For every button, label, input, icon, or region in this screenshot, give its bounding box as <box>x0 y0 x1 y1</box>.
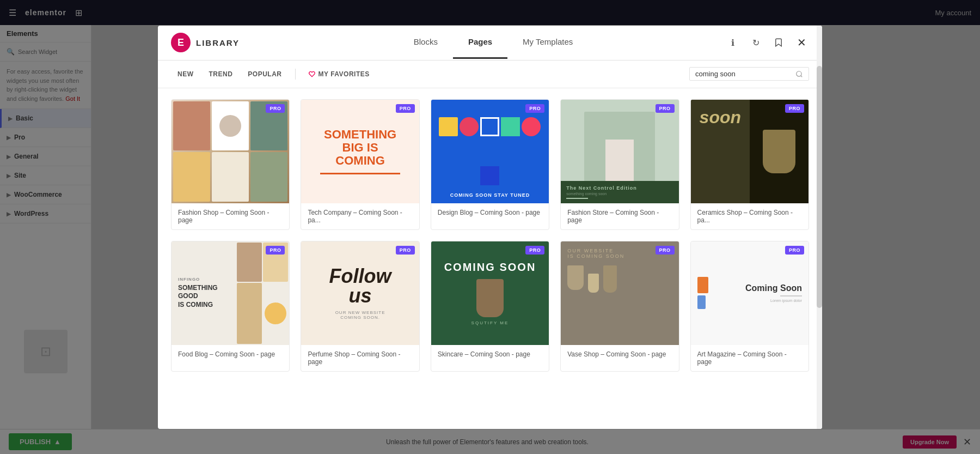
thumb-line <box>320 173 401 174</box>
template-card[interactable]: Our WebsiteIs Coming Soon PRO Vase Shop … <box>560 241 679 372</box>
pro-badge: PRO <box>525 246 544 255</box>
bookmark-icon[interactable] <box>771 35 786 50</box>
template-thumbnail: Infingo SOMETHINGGOODIS COMING PRO <box>171 241 289 345</box>
template-card[interactable]: COMING SOON STAY TUNED PRO Design Blog –… <box>431 99 549 230</box>
template-card[interactable]: Followus OUR NEW WEBSITECOMING SOON. PRO… <box>301 241 419 372</box>
template-thumbnail: Coming Soon Lorem ipsum dolor PRO ⋮ <box>691 241 808 345</box>
pro-badge: PRO <box>525 104 544 113</box>
template-thumbnail: Followus OUR NEW WEBSITECOMING SOON. PRO <box>301 241 419 345</box>
modal-header-actions: ℹ ↻ ✕ <box>725 35 809 50</box>
filter-divider <box>295 69 296 80</box>
modal-tabs: Blocks Pages My Templates <box>261 26 725 59</box>
modal-scrollbar[interactable] <box>817 26 822 429</box>
pro-badge: PRO <box>656 246 675 255</box>
template-card[interactable]: PRO Fashion Shop – Coming Soon - page <box>171 99 290 230</box>
template-thumbnail: COMING SOON SQUTIFY ME PRO <box>431 241 549 345</box>
template-thumbnail: Our WebsiteIs Coming Soon PRO <box>561 241 678 345</box>
template-card[interactable]: Coming Soon Lorem ipsum dolor PRO ⋮ Art … <box>690 241 809 372</box>
template-card[interactable]: soon PRO Ceramics Shop – Coming Soon - p… <box>690 99 809 230</box>
info-icon[interactable]: ℹ <box>725 35 740 50</box>
filter-popular[interactable]: POPULAR <box>241 67 288 81</box>
elementor-logo-icon: E <box>171 33 191 52</box>
template-label: Perfume Shop – Coming Soon - page <box>301 345 419 371</box>
tab-blocks[interactable]: Blocks <box>399 26 453 59</box>
pro-badge: PRO <box>785 246 804 255</box>
template-card[interactable]: COMING SOON SQUTIFY ME PRO Skincare – Co… <box>431 241 549 372</box>
modal-overlay: E LIBRARY Blocks Pages My Templates ℹ ↻ … <box>0 0 980 454</box>
filter-new[interactable]: NEW <box>171 67 200 81</box>
pro-badge: PRO <box>396 104 415 113</box>
template-thumbnail: COMING SOON STAY TUNED PRO <box>431 100 549 203</box>
search-box <box>689 67 809 81</box>
template-card[interactable]: The Next Control Edition something comin… <box>560 99 679 230</box>
template-label: Fashion Store – Coming Soon - page <box>561 203 678 229</box>
library-modal: E LIBRARY Blocks Pages My Templates ℹ ↻ … <box>158 26 822 429</box>
search-input[interactable] <box>695 70 792 78</box>
modal-header: E LIBRARY Blocks Pages My Templates ℹ ↻ … <box>158 26 822 60</box>
pro-badge: PRO <box>266 104 285 113</box>
template-label: Vase Shop – Coming Soon - page <box>561 345 678 364</box>
modal-logo: E LIBRARY <box>171 33 240 52</box>
template-label: Skincare – Coming Soon - page <box>431 345 549 364</box>
my-favorites-button[interactable]: MY FAVORITES <box>302 67 376 81</box>
template-thumbnail: PRO <box>171 100 289 203</box>
svg-point-0 <box>797 71 801 76</box>
library-title: LIBRARY <box>196 38 240 47</box>
template-card[interactable]: Infingo SOMETHINGGOODIS COMING PRO Food … <box>171 241 290 372</box>
thumb-text: SOMETHINGBIG ISCOMING <box>324 128 396 168</box>
template-thumbnail: SOMETHINGBIG ISCOMING PRO <box>301 100 419 203</box>
filter-bar: NEW TREND POPULAR MY FAVORITES <box>158 60 822 88</box>
template-label: Fashion Shop – Coming Soon - page <box>171 203 289 229</box>
template-thumbnail: The Next Control Edition something comin… <box>561 100 678 203</box>
template-label: Ceramics Shop – Coming Soon - pa... <box>691 203 808 229</box>
tab-pages[interactable]: Pages <box>453 26 507 59</box>
templates-grid: PRO Fashion Shop – Coming Soon - page SO… <box>158 88 822 429</box>
pro-badge: PRO <box>266 246 285 255</box>
template-label: Art Magazine – Coming Soon - page <box>691 345 808 371</box>
template-label: Food Blog – Coming Soon - page <box>171 345 289 364</box>
pro-badge: PRO <box>656 104 675 113</box>
search-icon <box>795 70 803 78</box>
scrollbar-thumb <box>817 66 822 308</box>
template-thumbnail: soon PRO <box>691 100 808 203</box>
refresh-icon[interactable]: ↻ <box>748 35 763 50</box>
pro-badge: PRO <box>785 104 804 113</box>
template-label: Tech Company – Coming Soon - pa... <box>301 203 419 229</box>
pro-badge: PRO <box>396 246 415 255</box>
filter-trend[interactable]: TREND <box>203 67 240 81</box>
tab-my-templates[interactable]: My Templates <box>507 26 588 59</box>
template-card[interactable]: SOMETHINGBIG ISCOMING PRO Tech Company –… <box>301 99 419 230</box>
template-label: Design Blog – Coming Soon - page <box>431 203 549 222</box>
close-modal-icon[interactable]: ✕ <box>794 35 809 50</box>
